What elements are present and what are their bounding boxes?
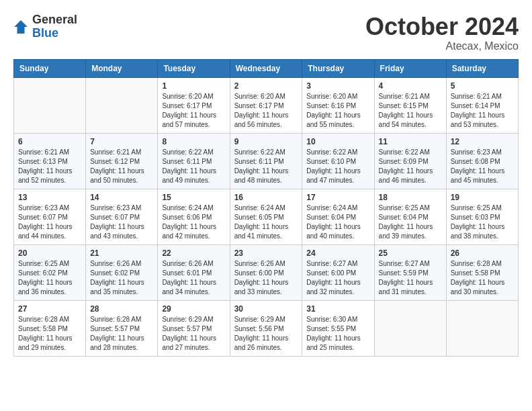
calendar-body: 1Sunrise: 6:20 AM Sunset: 6:17 PM Daylig… (14, 77, 519, 356)
day-info: Sunrise: 6:25 AM Sunset: 6:04 PM Dayligh… (379, 203, 442, 241)
day-number: 30 (234, 304, 298, 314)
logo: General Blue (13, 13, 77, 40)
day-info: Sunrise: 6:23 AM Sunset: 6:07 PM Dayligh… (90, 203, 153, 241)
day-info: Sunrise: 6:20 AM Sunset: 6:17 PM Dayligh… (162, 92, 225, 130)
calendar-header: SundayMondayTuesdayWednesdayThursdayFrid… (14, 59, 519, 77)
day-cell: 24Sunrise: 6:27 AM Sunset: 6:00 PM Dayli… (302, 244, 374, 300)
day-number: 18 (379, 193, 442, 202)
day-cell: 20Sunrise: 6:25 AM Sunset: 6:02 PM Dayli… (14, 244, 86, 300)
week-row-2: 6Sunrise: 6:21 AM Sunset: 6:13 PM Daylig… (14, 133, 519, 189)
day-number: 22 (162, 248, 225, 258)
day-cell: 5Sunrise: 6:21 AM Sunset: 6:14 PM Daylig… (446, 77, 518, 133)
day-info: Sunrise: 6:22 AM Sunset: 6:10 PM Dayligh… (306, 148, 369, 185)
month-title: October 2024 (365, 13, 519, 40)
day-cell (446, 300, 518, 356)
day-cell: 13Sunrise: 6:23 AM Sunset: 6:07 PM Dayli… (14, 189, 86, 244)
day-info: Sunrise: 6:21 AM Sunset: 6:13 PM Dayligh… (18, 148, 81, 185)
day-cell: 8Sunrise: 6:22 AM Sunset: 6:11 PM Daylig… (158, 133, 230, 189)
day-cell: 11Sunrise: 6:22 AM Sunset: 6:09 PM Dayli… (374, 133, 446, 189)
logo-blue: Blue (32, 27, 77, 40)
day-number: 4 (379, 81, 442, 91)
header-day-friday: Friday (374, 59, 446, 77)
day-number: 9 (234, 137, 298, 146)
day-number: 17 (306, 193, 369, 202)
header-day-sunday: Sunday (14, 59, 86, 77)
day-cell: 27Sunrise: 6:28 AM Sunset: 5:58 PM Dayli… (14, 300, 86, 356)
day-cell: 3Sunrise: 6:20 AM Sunset: 6:16 PM Daylig… (302, 77, 374, 133)
day-number: 26 (451, 248, 514, 258)
day-number: 21 (90, 248, 153, 258)
day-cell (374, 300, 446, 356)
day-number: 19 (451, 193, 514, 202)
header-row: SundayMondayTuesdayWednesdayThursdayFrid… (14, 59, 519, 77)
day-number: 5 (451, 81, 514, 91)
logo-general: General (32, 13, 77, 27)
day-number: 31 (306, 304, 369, 314)
day-info: Sunrise: 6:26 AM Sunset: 6:02 PM Dayligh… (90, 259, 153, 297)
day-number: 15 (162, 193, 225, 202)
day-cell: 31Sunrise: 6:30 AM Sunset: 5:55 PM Dayli… (302, 300, 374, 356)
day-info: Sunrise: 6:24 AM Sunset: 6:05 PM Dayligh… (234, 203, 298, 241)
day-cell: 21Sunrise: 6:26 AM Sunset: 6:02 PM Dayli… (86, 244, 158, 300)
logo-text: General Blue (32, 13, 77, 40)
day-info: Sunrise: 6:27 AM Sunset: 6:00 PM Dayligh… (306, 259, 369, 297)
day-number: 1 (162, 81, 225, 91)
day-info: Sunrise: 6:22 AM Sunset: 6:11 PM Dayligh… (234, 148, 298, 185)
day-info: Sunrise: 6:30 AM Sunset: 5:55 PM Dayligh… (306, 315, 369, 353)
day-number: 14 (90, 193, 153, 202)
day-number: 13 (18, 193, 81, 202)
day-info: Sunrise: 6:27 AM Sunset: 5:59 PM Dayligh… (379, 259, 442, 297)
day-cell: 2Sunrise: 6:20 AM Sunset: 6:17 PM Daylig… (230, 77, 302, 133)
day-number: 25 (379, 248, 442, 258)
day-number: 23 (234, 248, 298, 258)
day-cell: 15Sunrise: 6:24 AM Sunset: 6:06 PM Dayli… (158, 189, 230, 244)
day-info: Sunrise: 6:26 AM Sunset: 6:00 PM Dayligh… (234, 259, 298, 297)
day-cell: 6Sunrise: 6:21 AM Sunset: 6:13 PM Daylig… (14, 133, 86, 189)
day-number: 24 (306, 248, 369, 258)
day-number: 20 (18, 248, 81, 258)
day-info: Sunrise: 6:24 AM Sunset: 6:04 PM Dayligh… (306, 203, 369, 241)
day-cell: 14Sunrise: 6:23 AM Sunset: 6:07 PM Dayli… (86, 189, 158, 244)
day-cell (14, 77, 86, 133)
day-cell: 7Sunrise: 6:21 AM Sunset: 6:12 PM Daylig… (86, 133, 158, 189)
day-cell: 4Sunrise: 6:21 AM Sunset: 6:15 PM Daylig… (374, 77, 446, 133)
day-cell: 9Sunrise: 6:22 AM Sunset: 6:11 PM Daylig… (230, 133, 302, 189)
day-cell: 18Sunrise: 6:25 AM Sunset: 6:04 PM Dayli… (374, 189, 446, 244)
day-number: 16 (234, 193, 298, 202)
day-cell: 12Sunrise: 6:23 AM Sunset: 6:08 PM Dayli… (446, 133, 518, 189)
week-row-5: 27Sunrise: 6:28 AM Sunset: 5:58 PM Dayli… (14, 300, 519, 356)
header-day-tuesday: Tuesday (158, 59, 230, 77)
day-cell: 16Sunrise: 6:24 AM Sunset: 6:05 PM Dayli… (230, 189, 302, 244)
day-number: 28 (90, 304, 153, 314)
day-cell (86, 77, 158, 133)
day-number: 12 (451, 137, 514, 146)
day-number: 29 (162, 304, 225, 314)
day-info: Sunrise: 6:21 AM Sunset: 6:15 PM Dayligh… (379, 92, 442, 130)
day-number: 3 (306, 81, 369, 91)
day-number: 2 (234, 81, 298, 91)
week-row-1: 1Sunrise: 6:20 AM Sunset: 6:17 PM Daylig… (14, 77, 519, 133)
day-info: Sunrise: 6:24 AM Sunset: 6:06 PM Dayligh… (162, 203, 225, 241)
header-day-monday: Monday (86, 59, 158, 77)
day-cell: 23Sunrise: 6:26 AM Sunset: 6:00 PM Dayli… (230, 244, 302, 300)
header-day-wednesday: Wednesday (230, 59, 302, 77)
day-info: Sunrise: 6:21 AM Sunset: 6:14 PM Dayligh… (451, 92, 514, 130)
day-number: 27 (18, 304, 81, 314)
day-info: Sunrise: 6:23 AM Sunset: 6:08 PM Dayligh… (451, 148, 514, 185)
header-day-thursday: Thursday (302, 59, 374, 77)
header-day-saturday: Saturday (446, 59, 518, 77)
day-cell: 26Sunrise: 6:28 AM Sunset: 5:58 PM Dayli… (446, 244, 518, 300)
day-info: Sunrise: 6:28 AM Sunset: 5:58 PM Dayligh… (18, 315, 81, 353)
day-cell: 22Sunrise: 6:26 AM Sunset: 6:01 PM Dayli… (158, 244, 230, 300)
logo-icon (13, 19, 28, 34)
day-info: Sunrise: 6:23 AM Sunset: 6:07 PM Dayligh… (18, 203, 81, 241)
day-cell: 30Sunrise: 6:29 AM Sunset: 5:56 PM Dayli… (230, 300, 302, 356)
day-cell: 28Sunrise: 6:28 AM Sunset: 5:57 PM Dayli… (86, 300, 158, 356)
day-cell: 25Sunrise: 6:27 AM Sunset: 5:59 PM Dayli… (374, 244, 446, 300)
location: Atecax, Mexico (365, 40, 519, 52)
day-cell: 1Sunrise: 6:20 AM Sunset: 6:17 PM Daylig… (158, 77, 230, 133)
day-info: Sunrise: 6:25 AM Sunset: 6:02 PM Dayligh… (18, 259, 81, 297)
day-number: 11 (379, 137, 442, 146)
week-row-3: 13Sunrise: 6:23 AM Sunset: 6:07 PM Dayli… (14, 189, 519, 244)
page-header: General Blue October 2024 Atecax, Mexico (13, 13, 519, 52)
